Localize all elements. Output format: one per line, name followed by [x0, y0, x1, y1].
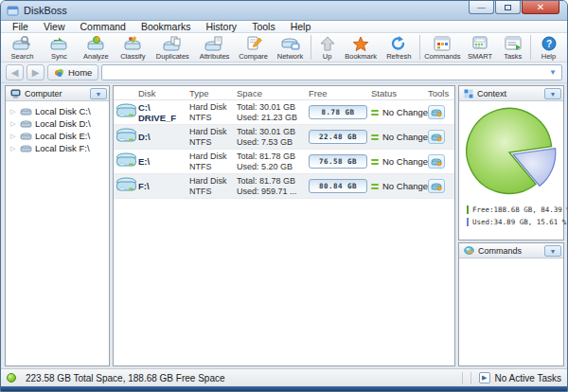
drive-icon	[20, 119, 32, 129]
tree-item-drive-c[interactable]: ▷ Local Disk C:\	[8, 105, 107, 117]
menu-command[interactable]: Command	[73, 21, 133, 32]
search-icon	[12, 35, 31, 51]
disk-row-e[interactable]: E:\ Hard Disk NTFS Total: 81.78 GB Used:…	[114, 150, 454, 174]
menu-file[interactable]: File	[5, 21, 36, 32]
free-swatch	[467, 205, 469, 214]
filesystem: NTFS	[189, 137, 237, 148]
help-button[interactable]: ? Help	[533, 34, 564, 62]
expand-arrow-icon[interactable]: ▷	[10, 120, 17, 128]
sync-button[interactable]: Sync	[41, 34, 78, 62]
tools-disk-icon	[431, 108, 442, 117]
address-bar: ◀ ▶ Home ▼	[1, 62, 567, 82]
path-dropdown-icon[interactable]: ▼	[546, 68, 559, 77]
no-change-icon	[371, 134, 379, 140]
tools-disk-icon	[431, 182, 442, 191]
forward-button[interactable]: ▶	[27, 64, 44, 80]
menu-history[interactable]: History	[198, 21, 244, 32]
close-button[interactable]: ✕	[522, 1, 559, 14]
drive-icon	[20, 144, 32, 153]
network-button[interactable]: Network	[272, 34, 309, 62]
used-space: Used: 7.53 GB	[237, 137, 309, 148]
menu-help[interactable]: Help	[283, 21, 319, 32]
free-space-bar[interactable]: 22.48 GB	[309, 130, 367, 144]
commands-icon	[433, 35, 452, 51]
up-button[interactable]: Up	[313, 34, 341, 62]
disk-table-panel: Disk Type Space Free Status Tools C:\ DR…	[113, 85, 455, 366]
disk-table-header: Disk Type Space Free Status Tools	[114, 86, 454, 100]
attributes-icon	[204, 35, 223, 51]
menu-bookmarks[interactable]: Bookmarks	[133, 21, 199, 32]
status-text: No Change	[382, 107, 428, 117]
expand-arrow-icon[interactable]: ▷	[10, 133, 17, 140]
back-button[interactable]: ◀	[6, 64, 24, 80]
path-input[interactable]	[106, 67, 546, 78]
tasks-play-icon: ▶	[479, 372, 490, 383]
commands-panel-menu-button[interactable]: ▼	[544, 245, 561, 257]
hard-disk-icon	[115, 176, 137, 193]
toolbar-separator	[530, 35, 531, 60]
right-column: Context ▼	[458, 85, 564, 366]
menu-view[interactable]: View	[36, 21, 73, 32]
no-change-icon	[371, 159, 379, 165]
drive-icon	[20, 132, 32, 141]
disk-tools-button[interactable]	[428, 105, 445, 119]
drive-letter: C:\	[138, 102, 189, 113]
statusbar-separator	[462, 372, 463, 384]
context-icon	[464, 89, 473, 98]
used-space: Used: 21.23 GB	[237, 113, 309, 123]
context-panel-menu-button[interactable]: ▼	[544, 88, 561, 99]
column-space: Space	[237, 88, 309, 98]
minimize-button[interactable]: —	[469, 1, 494, 14]
expand-arrow-icon[interactable]: ▷	[10, 145, 17, 152]
window-bottom-border	[1, 386, 567, 391]
classify-button[interactable]: Classify	[115, 34, 151, 62]
title-bar: DiskBoss — ✕	[1, 1, 567, 20]
tree-item-drive-f[interactable]: ▷ Local Disk F:\	[8, 142, 107, 154]
context-panel-title: Context	[477, 89, 541, 98]
compare-button[interactable]: Compare	[235, 34, 272, 62]
active-tasks-indicator[interactable]: ▶ No Active Tasks	[475, 372, 561, 383]
maximize-button[interactable]	[495, 1, 521, 14]
computer-panel-menu-button[interactable]: ▼	[90, 88, 107, 99]
duplicates-icon	[163, 35, 182, 51]
status-text: No Change	[382, 156, 428, 167]
disk-tools-button[interactable]	[428, 130, 445, 144]
search-button[interactable]: Search	[4, 34, 41, 62]
attributes-button[interactable]: Attributes	[194, 34, 235, 62]
smart-button[interactable]: SMART	[463, 34, 497, 62]
disk-tools-button[interactable]	[428, 179, 445, 193]
menu-tools[interactable]: Tools	[244, 21, 283, 32]
space-summary: 223.58 GB Total Space, 188.68 GB Free Sp…	[26, 373, 225, 383]
refresh-button[interactable]: Refresh	[381, 34, 417, 62]
tasks-button[interactable]: Tasks	[497, 34, 528, 62]
home-button[interactable]: Home	[47, 64, 98, 80]
path-field-wrap: ▼	[101, 64, 562, 80]
tree-item-drive-d[interactable]: ▷ Local Disk D:\	[8, 117, 107, 130]
total-space: Total: 30.01 GB	[237, 102, 309, 113]
bookmark-button[interactable]: Bookmark	[341, 34, 381, 62]
disk-row-c[interactable]: C:\ DRIVE_F Hard Disk NTFS Total: 30.01 …	[114, 100, 454, 125]
commands-panel-title: Commands	[478, 246, 541, 256]
computer-panel-title: Computer	[25, 89, 86, 98]
legend-free: Free:188.68 GB, 84.39 %	[467, 204, 563, 216]
expand-arrow-icon[interactable]: ▷	[10, 108, 17, 116]
toolbar-separator	[419, 35, 420, 60]
analyze-button[interactable]: Analyze	[78, 34, 115, 62]
status-bar: 223.58 GB Total Space, 188.68 GB Free Sp…	[1, 368, 567, 386]
free-space-bar[interactable]: 8.78 GB	[309, 105, 367, 119]
commands-button[interactable]: Commands	[422, 34, 463, 62]
disk-row-f[interactable]: F:\ Hard Disk NTFS Total: 81.78 GB Used:…	[114, 174, 454, 199]
statusbar-separator	[470, 372, 471, 384]
free-space-bar[interactable]: 76.58 GB	[309, 154, 367, 169]
free-space-bar[interactable]: 80.84 GB	[309, 179, 367, 193]
duplicates-button[interactable]: Duplicates	[151, 34, 194, 62]
column-status: Status	[371, 88, 428, 98]
home-icon	[54, 68, 65, 78]
drive-icon	[20, 107, 32, 116]
commands-panel-header: Commands ▼	[459, 243, 563, 258]
tree-item-drive-e[interactable]: ▷ Local Disk E:\	[8, 130, 107, 142]
pie-chart-svg	[462, 103, 560, 202]
disk-row-d[interactable]: D:\ Hard Disk NTFS Total: 30.01 GB Used:…	[114, 125, 454, 150]
disk-tools-button[interactable]	[428, 154, 445, 169]
computer-icon	[10, 89, 21, 98]
